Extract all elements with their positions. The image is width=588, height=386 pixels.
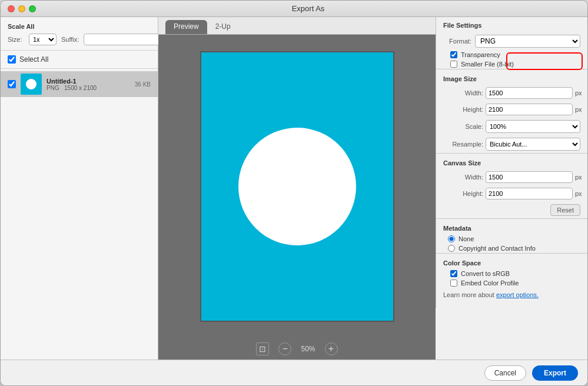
reset-row: Reset: [436, 202, 587, 218]
metadata-copyright-row: Copyright and Contact Info: [436, 244, 587, 253]
zoom-out-button[interactable]: −: [278, 342, 291, 355]
width-input[interactable]: [486, 87, 573, 99]
canvas-height-label: Height:: [443, 190, 483, 197]
color-space-title: Color Space: [443, 259, 481, 267]
height-row: Height: px: [436, 101, 587, 118]
metadata-header: Metadata: [436, 220, 587, 234]
transparency-checkbox[interactable]: [450, 51, 457, 58]
metadata-section: Metadata None Copyright and Contact Info: [436, 218, 587, 253]
window-controls: [8, 5, 36, 12]
canvas-width-unit: px: [575, 174, 584, 181]
file-info: Untitled-1 PNG 1500 x 2100: [46, 78, 130, 91]
learn-more-row: Learn more about export options.: [436, 288, 587, 302]
file-settings-header: File Settings: [436, 17, 587, 31]
file-item[interactable]: Untitled-1 PNG 1500 x 2100 36 KB: [1, 71, 158, 97]
preview-circle: [238, 128, 356, 245]
center-panel: Preview 2-Up ⊡ − 50% +: [158, 17, 436, 360]
convert-srgb-row: Convert to sRGB: [436, 269, 587, 278]
scale-all-title: Scale All: [8, 23, 151, 30]
scale-label: Scale:: [443, 123, 483, 130]
bottom-bar: Cancel Export: [1, 360, 587, 385]
size-select[interactable]: 1x 2x 0.5x: [29, 34, 57, 45]
metadata-copyright-radio[interactable]: [448, 245, 455, 252]
preview-canvas: [200, 51, 394, 322]
embed-profile-row: Embed Color Profile: [436, 278, 587, 288]
image-size-title: Image Size: [443, 75, 477, 82]
export-button[interactable]: Export: [532, 365, 578, 381]
select-all-row: Select All: [1, 51, 158, 69]
metadata-copyright-label: Copyright and Contact Info: [459, 245, 536, 252]
canvas-height-input[interactable]: [486, 188, 573, 199]
width-unit: px: [575, 89, 584, 96]
titlebar: Export As: [1, 1, 587, 17]
file-size: 36 KB: [135, 81, 151, 88]
right-panel: File Settings Format: PNG JPEG GIF SVG W…: [436, 17, 587, 308]
left-panel: Scale All Size: 1x 2x 0.5x Suffix: + 🗑 S: [1, 17, 158, 360]
metadata-none-label: None: [459, 235, 474, 242]
reset-button[interactable]: Reset: [550, 204, 580, 216]
suffix-label: Suffix:: [61, 36, 79, 43]
fit-screen-button[interactable]: ⊡: [256, 342, 269, 355]
transparency-label: Transparency: [461, 51, 500, 58]
smaller-file-label: Smaller File (8-bit): [461, 61, 514, 68]
learn-more-text: Learn more about: [443, 291, 494, 298]
zoom-level: 50%: [301, 345, 315, 353]
file-thumbnail: [21, 74, 42, 95]
metadata-none-radio[interactable]: [448, 235, 455, 242]
embed-profile-label: Embed Color Profile: [461, 279, 519, 287]
embed-profile-checkbox[interactable]: [450, 279, 457, 287]
file-name: Untitled-1: [46, 78, 130, 85]
cancel-button[interactable]: Cancel: [484, 365, 526, 381]
preview-tabs: Preview 2-Up: [158, 17, 436, 35]
format-row: Format: PNG JPEG GIF SVG WebP: [436, 31, 587, 50]
select-all-label: Select All: [19, 55, 48, 64]
window-title: Export As: [36, 4, 580, 13]
canvas-width-input[interactable]: [486, 171, 573, 183]
canvas-height-unit: px: [575, 190, 584, 197]
scale-select[interactable]: 100% 50% 200%: [486, 120, 580, 133]
canvas-size-header: Canvas Size: [436, 155, 587, 169]
convert-srgb-label: Convert to sRGB: [461, 270, 510, 277]
smaller-file-row: Smaller File (8-bit): [436, 59, 587, 69]
close-button[interactable]: [8, 5, 15, 12]
width-label: Width:: [443, 89, 483, 96]
file-checkbox[interactable]: [8, 80, 16, 88]
height-input[interactable]: [486, 104, 573, 115]
width-row: Width: px: [436, 85, 587, 101]
metadata-title: Metadata: [443, 225, 471, 232]
export-options-link[interactable]: export options.: [496, 291, 539, 298]
format-select[interactable]: PNG JPEG GIF SVG WebP: [475, 35, 580, 48]
scale-row-image: Scale: 100% 50% 200%: [436, 118, 587, 135]
export-as-window: Export As Scale All Size: 1x 2x 0.5x Suf…: [0, 0, 588, 386]
select-all-checkbox[interactable]: [8, 55, 16, 64]
scale-row: Size: 1x 2x 0.5x Suffix: + 🗑: [8, 34, 151, 45]
color-space-header: Color Space: [436, 255, 587, 269]
file-list: Untitled-1 PNG 1500 x 2100 36 KB: [1, 69, 158, 360]
maximize-button[interactable]: [29, 5, 36, 12]
metadata-none-row: None: [436, 234, 587, 244]
thumbnail-circle: [26, 79, 36, 89]
zoom-in-button[interactable]: +: [325, 342, 338, 355]
canvas-size-section: Canvas Size Width: px Height: px Reset: [436, 153, 587, 218]
tab-2up[interactable]: 2-Up: [207, 20, 239, 34]
file-settings-section: File Settings Format: PNG JPEG GIF SVG W…: [436, 17, 587, 69]
convert-srgb-checkbox[interactable]: [450, 270, 457, 277]
scale-all-section: Scale All Size: 1x 2x 0.5x Suffix: + 🗑: [1, 17, 158, 51]
transparency-row: Transparency: [436, 50, 587, 59]
right-wrapper: File Settings Format: PNG JPEG GIF SVG W…: [436, 17, 587, 360]
tab-preview[interactable]: Preview: [165, 20, 207, 34]
size-label: Size:: [8, 36, 24, 43]
format-label: Format:: [443, 38, 471, 45]
main-content: Scale All Size: 1x 2x 0.5x Suffix: + 🗑 S: [1, 17, 587, 360]
canvas-width-row: Width: px: [436, 169, 587, 185]
image-size-header: Image Size: [436, 71, 587, 85]
image-size-section: Image Size Width: px Height: px Scale:: [436, 69, 587, 153]
canvas-height-row: Height: px: [436, 185, 587, 202]
resample-label: Resample:: [443, 141, 483, 148]
minimize-button[interactable]: [18, 5, 25, 12]
resample-select[interactable]: Bicubic Aut... Bicubic Bilinear Nearest …: [486, 138, 580, 151]
canvas-width-label: Width:: [443, 174, 483, 181]
smaller-file-checkbox[interactable]: [450, 61, 457, 68]
file-dimensions: 1500 x 2100: [64, 85, 97, 91]
resample-row: Resample: Bicubic Aut... Bicubic Bilinea…: [436, 135, 587, 153]
